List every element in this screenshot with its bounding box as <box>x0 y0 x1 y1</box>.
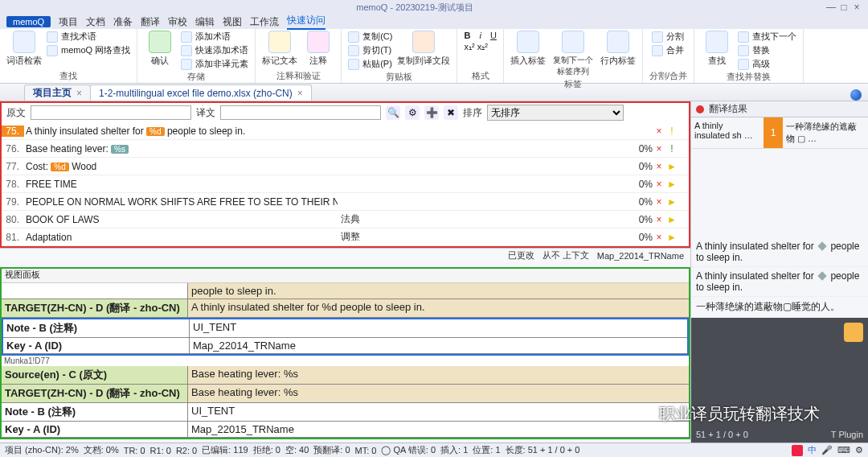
maximize-button[interactable]: □ <box>837 2 850 13</box>
globe-icon[interactable] <box>850 89 862 101</box>
sort-select[interactable]: 无排序 <box>487 105 624 121</box>
close-icon[interactable]: × <box>297 88 303 99</box>
menu-document[interactable]: 文档 <box>86 15 105 29</box>
rb-concordance[interactable]: 词语检索 <box>6 31 42 67</box>
close-button[interactable]: × <box>850 2 863 13</box>
grid-row: 81. Adaptation调整0% ×► <box>2 228 689 246</box>
menu-quickaccess[interactable]: 快速访问 <box>287 14 326 30</box>
rb-merge[interactable]: 合并 <box>652 44 684 56</box>
tag-icon <box>817 241 826 250</box>
grid-footer: 已更改 从不 上下文 Map_22014_TRName <box>0 248 690 262</box>
settings-icon[interactable]: ⚙ <box>855 445 863 455</box>
document-tabs: 项目主页× 1-2-multilingual excel file demo.x… <box>0 84 868 101</box>
preview-source: A thinly insulated shelter for people to… <box>691 237 868 267</box>
rb-quickaddterm[interactable]: 快速添加术语 <box>181 44 248 56</box>
rb-addterm[interactable]: 添加术语 <box>181 31 248 43</box>
rb-confirm[interactable]: 确认 <box>144 31 176 67</box>
rb-findterm[interactable]: 查找术语 <box>47 31 130 43</box>
rb-findnext[interactable]: 查找下一个 <box>738 31 796 43</box>
tab-project-home[interactable]: 项目主页× <box>24 84 91 101</box>
titlebar: memoQ - 20230219-测试项目 — □ × <box>0 0 868 14</box>
mic-icon[interactable]: 🎤 <box>821 445 833 455</box>
rb-cut[interactable]: 剪切(T) <box>348 44 392 56</box>
target-filter-input[interactable] <box>220 105 381 120</box>
rb-subsup[interactable]: x₁² x₂² <box>464 42 496 52</box>
rb-advanced[interactable]: 高级 <box>738 58 796 70</box>
rb-inserttag[interactable]: 插入标签 <box>510 31 546 67</box>
menu-view[interactable]: 视图 <box>223 15 242 29</box>
grid-row: 76. Base heating lever: %s 0% ×! <box>2 140 689 158</box>
rb-bold-italic-underline[interactable]: B i U <box>464 31 496 40</box>
mascot-icon <box>844 323 863 342</box>
menu-translate[interactable]: 翻译 <box>141 15 160 29</box>
rb-inlinetag[interactable]: 行内标签 <box>600 31 636 67</box>
tab-document[interactable]: 1-2-multilingual excel file demo.xlsx (z… <box>90 84 312 101</box>
grid-row: 79. PEOPLE ON NORMAL WORK SHIFTS ARE FRE… <box>2 193 689 211</box>
add-term-icon[interactable]: ➕ <box>424 105 439 120</box>
close-icon[interactable]: × <box>76 88 82 99</box>
translation-grid[interactable]: 75. A thinly insulated shelter for %d pe… <box>0 122 690 248</box>
window-title: memoQ - 20230219-测试项目 <box>5 2 825 14</box>
ime-icon[interactable] <box>792 445 803 456</box>
source-filter-label: 原文 <box>6 106 26 120</box>
preview-target: 一种薄绝缘的遮蔽物▢睡觉的人。 <box>691 297 868 318</box>
preview-source2: A thinly insulated shelter for people to… <box>691 267 868 297</box>
rb-copynexttags[interactable]: 复制下一个标签序列 <box>551 31 596 77</box>
menu-workflow[interactable]: 工作流 <box>250 15 279 29</box>
rb-copy[interactable]: 复制(C) <box>348 31 392 43</box>
view-panel: 视图面板 people to sleep in. TARGET(ZH-CN) -… <box>0 267 690 439</box>
target-filter-label: 译文 <box>196 106 215 120</box>
grid-row: 75. A thinly insulated shelter for %d pe… <box>2 122 689 140</box>
rb-comment[interactable]: 注释 <box>302 31 334 67</box>
menu-edit[interactable]: 编辑 <box>195 15 215 29</box>
app-logo[interactable]: memoQ <box>6 16 51 27</box>
rb-copysrc[interactable]: 复制到译文段 <box>397 31 450 67</box>
search-icon[interactable]: 🔍 <box>386 105 400 120</box>
sort-label: 排序 <box>463 106 482 120</box>
tm-results-header: 翻译结果 <box>691 101 868 117</box>
menubar: memoQ 项目 文档 准备 翻译 审校 编辑 视图 工作流 快速访问 <box>0 14 868 29</box>
rb-paste[interactable]: 粘贴(P) <box>348 58 392 70</box>
rb-replace[interactable]: 替换 <box>738 44 796 56</box>
rb-split[interactable]: 分割 <box>652 31 684 43</box>
menu-project[interactable]: 项目 <box>59 15 78 29</box>
rb-find[interactable]: 查找 <box>701 31 733 67</box>
grid-row: 77. Cost: %d Wood 0% ×► <box>2 158 689 175</box>
plugin-panel: 51 + 1 / 0 + 0 T Plugin <box>691 318 868 443</box>
rb-websearch[interactable]: memoQ 网络查找 <box>47 44 130 56</box>
status-bar: 项目 (zho-CN): 2% 文档: 0% TR: 0 R1: 0 R2: 0… <box>0 443 868 457</box>
menu-prepare[interactable]: 准备 <box>113 15 133 29</box>
rb-addnontrans[interactable]: 添加非译元素 <box>181 58 248 70</box>
clear-icon[interactable]: ✖ <box>444 105 458 120</box>
menu-review[interactable]: 审校 <box>168 15 187 29</box>
source-filter-input[interactable] <box>31 105 191 120</box>
record-icon <box>696 105 704 113</box>
grid-row: 80. BOOK OF LAWS法典0% ×► <box>2 211 689 228</box>
gear-icon[interactable]: ⚙ <box>405 105 420 120</box>
grid-row: 78. FREE TIME0% ×► <box>2 175 689 193</box>
tag-icon <box>817 271 826 280</box>
ribbon: 词语检索 查找术语 memoQ 网络查找 查找 确认 添加术语 快速添加术语 添… <box>0 29 868 84</box>
minimize-button[interactable]: — <box>825 2 837 13</box>
tm-hit[interactable]: A thinly insulated sh … 1 一种薄绝缘的遮蔽物 ▢ … <box>691 117 868 149</box>
rb-marktext[interactable]: 标记文本 <box>262 31 297 67</box>
status-icon: × <box>653 126 665 137</box>
keyboard-icon[interactable]: ⌨ <box>837 445 850 455</box>
filter-bar: 原文 译文 🔍 ⚙ ➕ ✖ 排序 无排序 <box>0 101 690 122</box>
